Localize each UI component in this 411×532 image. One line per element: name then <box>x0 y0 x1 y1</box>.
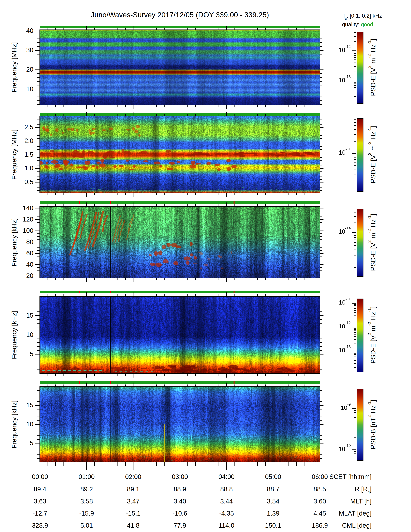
x-tick <box>149 462 149 466</box>
y-tick-minor <box>320 323 322 323</box>
y-tick-major <box>320 443 324 444</box>
x-tick <box>156 278 157 280</box>
x-tick <box>180 292 180 296</box>
y-tick-minor <box>37 331 39 331</box>
y-tick-minor <box>320 455 322 455</box>
y-tick-major <box>320 127 324 128</box>
x-tick <box>55 294 56 296</box>
colorbar-tick-minor <box>354 66 356 67</box>
x-tick <box>133 112 133 116</box>
x-tick <box>164 28 165 29</box>
colorbar-tick-minor <box>354 343 356 344</box>
x-tick <box>211 28 211 29</box>
x-tick <box>55 114 56 116</box>
x-tick <box>265 193 266 195</box>
x-tick <box>71 204 71 206</box>
x-tick <box>242 278 242 280</box>
x-tick <box>125 374 126 376</box>
y-axis-label-lfr-lo-electric: Frequency [kHz] <box>10 311 18 359</box>
x-tick <box>234 204 234 206</box>
colorbar-tick-minor <box>354 417 356 418</box>
x-tick <box>211 278 211 280</box>
eph-value-cml: 114.0 <box>209 522 244 530</box>
x-tick <box>141 384 141 386</box>
y-tick-minor <box>320 366 322 366</box>
eph-value-radius: 89.4 <box>22 485 58 493</box>
spectrogram-lfr-hi <box>40 207 320 278</box>
y-tick-minor <box>320 358 322 358</box>
x-tick <box>280 114 281 116</box>
x-tick <box>226 374 227 378</box>
x-tick <box>257 28 258 29</box>
x-tick <box>133 278 133 282</box>
eph-value-scet: 04:00 <box>209 473 244 481</box>
y-tick-minor <box>320 38 322 39</box>
y-tick-label: 140 <box>9 204 33 212</box>
y-tick-minor <box>37 214 39 214</box>
x-tick <box>149 384 149 386</box>
x-tick <box>180 278 180 282</box>
x-tick <box>102 28 102 29</box>
x-tick <box>187 204 188 206</box>
y-tick-minor <box>320 35 322 35</box>
x-tick <box>110 204 110 206</box>
y-tick-minor <box>37 160 39 161</box>
x-tick <box>280 204 281 206</box>
x-tick <box>94 204 95 206</box>
y-tick-major <box>320 424 324 425</box>
y-tick-minor <box>320 436 322 436</box>
x-tick <box>118 462 118 466</box>
eph-row-label-radius: R [RJ] <box>320 485 372 493</box>
y-tick-minor <box>320 413 322 413</box>
x-tick <box>296 384 297 386</box>
x-tick <box>320 374 320 378</box>
colorbar-tick-minor <box>354 315 356 316</box>
colorbar-tick-minor <box>354 222 356 222</box>
x-tick <box>265 462 266 466</box>
y-tick-minor <box>320 300 322 300</box>
colorbar-tick-minor <box>354 313 356 313</box>
colorbar-tick-minor <box>354 271 356 271</box>
x-tick <box>94 114 95 116</box>
y-tick-minor <box>320 447 322 447</box>
x-tick <box>94 28 95 29</box>
x-tick <box>86 112 87 116</box>
y-tick-minor <box>320 54 322 55</box>
x-tick <box>234 374 234 376</box>
x-tick <box>55 384 56 386</box>
x-tick <box>203 278 203 280</box>
x-tick <box>226 26 227 29</box>
y-tick-minor <box>320 250 322 251</box>
y-tick-minor <box>37 394 39 394</box>
y-tick-minor <box>320 270 322 271</box>
x-tick <box>47 114 48 116</box>
colorbar-tick-minor <box>354 353 356 353</box>
x-tick <box>86 193 87 197</box>
y-tick-major <box>320 253 324 254</box>
x-tick <box>242 193 242 195</box>
x-tick <box>40 105 40 109</box>
x-tick <box>320 26 320 29</box>
quality-bad-mark <box>79 291 80 294</box>
x-tick <box>219 294 219 296</box>
y-tick-minor <box>320 119 322 119</box>
y-tick-minor <box>37 455 39 455</box>
x-tick <box>219 204 219 206</box>
y-tick-minor <box>37 144 39 144</box>
x-tick <box>63 28 64 29</box>
y-tick-major <box>35 230 39 231</box>
colorbar-tick-minor <box>354 430 356 430</box>
x-tick <box>296 114 297 116</box>
y-tick-minor <box>320 211 322 211</box>
y-tick-minor <box>37 85 39 86</box>
y-tick-minor <box>37 259 39 259</box>
x-tick <box>312 462 312 466</box>
x-tick <box>133 462 133 470</box>
y-tick-minor <box>37 350 39 351</box>
x-tick <box>257 294 258 296</box>
y-tick-minor <box>320 130 322 130</box>
x-tick <box>296 374 297 376</box>
y-tick-minor <box>320 163 322 163</box>
x-tick <box>71 278 71 280</box>
y-tick-minor <box>320 362 322 362</box>
